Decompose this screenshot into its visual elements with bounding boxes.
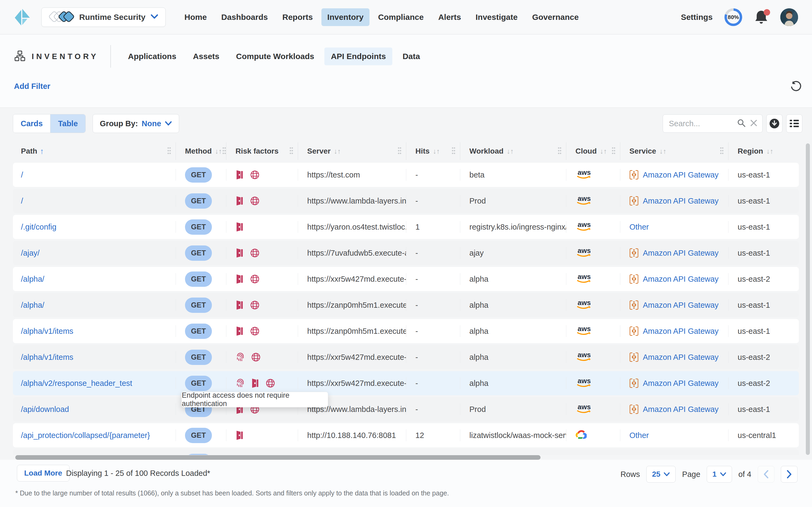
risk-factors[interactable] xyxy=(235,222,244,232)
usage-ring[interactable]: 80% xyxy=(724,8,742,26)
service-link[interactable]: Amazon API Gateway xyxy=(643,301,718,309)
nav-item-reports[interactable]: Reports xyxy=(276,8,318,26)
notifications-bell-icon[interactable] xyxy=(754,10,768,25)
next-page-button[interactable] xyxy=(781,466,798,483)
column-header-path[interactable]: Path↑ xyxy=(13,142,176,160)
table-row[interactable]: /alpha/v1/itemsGEThttps://xxr5w427md.exe… xyxy=(13,345,799,369)
page-select[interactable]: 1 xyxy=(707,466,732,483)
load-more-button[interactable]: Load More xyxy=(17,465,69,482)
nav-item-governance[interactable]: Governance xyxy=(526,8,585,26)
table-row[interactable]: /api_protection/collapsed/{parameter}GET… xyxy=(13,423,799,447)
settings-link[interactable]: Settings xyxy=(681,13,713,22)
endpoint-path-link[interactable]: /api/download xyxy=(21,405,69,414)
previous-page-button[interactable] xyxy=(758,466,774,483)
table-row[interactable]: /alpha/v2/response_header_testGEThttps:/… xyxy=(13,371,799,395)
risk-factors[interactable] xyxy=(235,431,244,440)
group-by-dropdown[interactable]: Group By: None xyxy=(93,114,179,133)
drag-handle-icon[interactable] xyxy=(558,147,562,156)
module-selector[interactable]: Runtime Security xyxy=(41,7,166,27)
table-row[interactable]: /alpha/GEThttps://zanp0mh5m1.execute-...… xyxy=(13,293,799,317)
endpoint-path-link[interactable]: /alpha/v1/items xyxy=(21,327,73,336)
endpoint-path-link[interactable]: /alpha/v1/items xyxy=(21,353,73,362)
risk-factors[interactable] xyxy=(235,248,259,258)
nav-item-investigate[interactable]: Investigate xyxy=(470,8,524,26)
risk-factors[interactable] xyxy=(235,378,275,388)
drag-handle-icon[interactable] xyxy=(397,147,402,156)
table-row[interactable]: /alpha/v1/itemsGEThttps://zanp0mh5m1.exe… xyxy=(13,319,799,343)
rows-per-page-select[interactable]: 25 xyxy=(646,466,676,483)
manage-columns-button[interactable] xyxy=(786,114,802,133)
service-link[interactable]: Amazon API Gateway xyxy=(643,327,718,336)
endpoint-path-link[interactable]: / xyxy=(21,196,23,206)
search-input[interactable] xyxy=(669,119,737,128)
endpoint-path-link[interactable]: /alpha/v2/response_header_test xyxy=(21,379,132,388)
table-row[interactable]: /api/downloadGEThttps://www.lambda-layer… xyxy=(13,397,799,421)
drag-handle-icon[interactable] xyxy=(222,147,226,156)
service-link[interactable]: Amazon API Gateway xyxy=(643,196,718,206)
nav-item-home[interactable]: Home xyxy=(179,8,213,26)
service-link[interactable]: Amazon API Gateway xyxy=(643,171,718,179)
drag-handle-icon[interactable] xyxy=(719,147,724,156)
table-row[interactable]: /GEThttps://www.lambda-layers.info-Proda… xyxy=(13,189,799,213)
endpoint-path-link[interactable]: /alpha/ xyxy=(21,301,44,309)
table-view-button[interactable]: Table xyxy=(50,114,85,133)
risk-factors[interactable] xyxy=(235,300,259,310)
svg-text:aws: aws xyxy=(578,273,591,281)
endpoint-path-link[interactable]: /ajay/ xyxy=(21,249,40,258)
cloud-provider-icon: aws xyxy=(575,168,592,181)
column-header-cloud[interactable]: Cloud↓↑ xyxy=(566,142,620,160)
service-link[interactable]: Amazon API Gateway xyxy=(643,249,718,258)
column-header-risk-factors[interactable]: Risk factors xyxy=(226,142,298,160)
search-icon[interactable] xyxy=(737,119,746,128)
table-row[interactable]: /GEThttps://test.com-betaawsAmazon API G… xyxy=(13,163,799,187)
column-header-method[interactable]: Method↓↑ xyxy=(176,142,226,160)
risk-factors[interactable] xyxy=(235,352,261,362)
endpoint-path-link[interactable]: /api_protection/collapsed/{parameter} xyxy=(21,431,150,440)
drag-handle-icon[interactable] xyxy=(451,147,456,156)
service-link[interactable]: Other xyxy=(629,431,649,440)
risk-factors[interactable] xyxy=(235,170,259,180)
table-row[interactable]: /ajay/GEThttps://7uvafudwb5.execute-a...… xyxy=(13,241,799,265)
endpoint-path-link[interactable]: /.git/config xyxy=(21,223,56,231)
column-header-region[interactable]: Region↓↑ xyxy=(729,142,799,160)
cards-view-button[interactable]: Cards xyxy=(13,114,50,133)
tab-api-endpoints[interactable]: API Endpoints xyxy=(325,48,392,65)
nav-item-compliance[interactable]: Compliance xyxy=(372,8,429,26)
drag-handle-icon[interactable] xyxy=(612,147,616,156)
endpoint-path-link[interactable]: / xyxy=(21,171,23,179)
user-avatar[interactable] xyxy=(780,8,798,26)
tab-applications[interactable]: Applications xyxy=(122,48,183,65)
column-header-hits[interactable]: Hits↓↑ xyxy=(406,142,460,160)
nav-item-alerts[interactable]: Alerts xyxy=(432,8,467,26)
service-link[interactable]: Amazon API Gateway xyxy=(643,379,718,388)
table-row[interactable]: /.git/configGEThttps://yaron.os4test.twi… xyxy=(13,215,799,239)
tab-data[interactable]: Data xyxy=(396,48,426,65)
column-header-workload[interactable]: Workload↓↑ xyxy=(460,142,566,160)
column-header-server[interactable]: Server↓↑ xyxy=(298,142,406,160)
column-header-service[interactable]: Service↓↑ xyxy=(620,142,729,160)
service-link[interactable]: Amazon API Gateway xyxy=(643,353,718,362)
drag-handle-icon[interactable] xyxy=(167,147,171,156)
horizontal-scrollbar[interactable] xyxy=(15,455,540,460)
prisma-cloud-logo-icon[interactable] xyxy=(14,8,31,26)
clear-search-icon[interactable] xyxy=(750,119,757,128)
endpoint-path-link[interactable]: /alpha/ xyxy=(21,275,44,284)
risk-factors[interactable] xyxy=(235,196,259,206)
tab-assets[interactable]: Assets xyxy=(187,48,226,65)
vertical-scrollbar[interactable] xyxy=(806,144,810,455)
drag-handle-icon[interactable] xyxy=(289,147,293,156)
sort-icon: ↓↑ xyxy=(433,147,440,156)
add-filter-button[interactable]: Add Filter xyxy=(14,82,50,91)
service-link[interactable]: Amazon API Gateway xyxy=(643,275,718,284)
service-link[interactable]: Amazon API Gateway xyxy=(643,405,718,414)
nav-item-dashboards[interactable]: Dashboards xyxy=(215,8,274,26)
nav-item-inventory[interactable]: Inventory xyxy=(322,8,369,26)
table-row[interactable]: GETOther xyxy=(13,449,799,455)
download-report-button[interactable] xyxy=(766,114,782,133)
tab-compute-workloads[interactable]: Compute Workloads xyxy=(230,48,321,65)
risk-factors[interactable] xyxy=(235,274,259,284)
risk-factors[interactable] xyxy=(235,326,259,336)
reset-filters-icon[interactable] xyxy=(790,80,801,92)
table-row[interactable]: /alpha/GEThttps://xxr5w427md.execute-...… xyxy=(13,267,799,291)
service-link[interactable]: Other xyxy=(629,223,649,231)
